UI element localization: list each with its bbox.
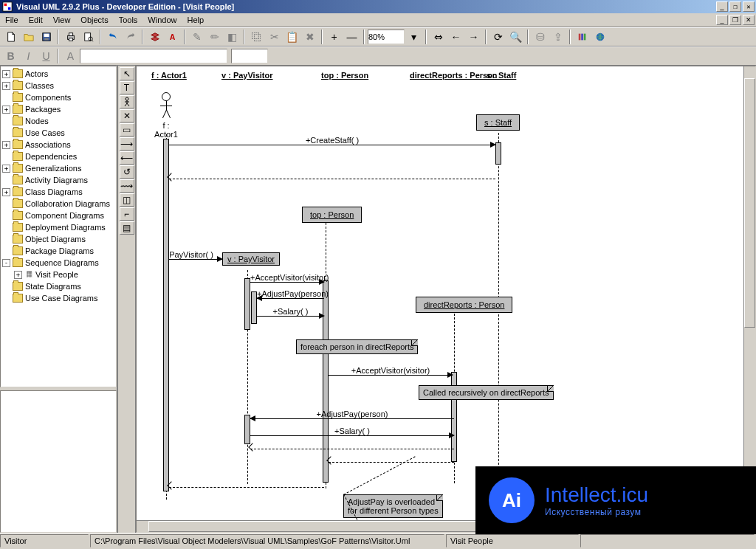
note-tool-icon[interactable]: ◫ <box>120 193 134 207</box>
note-foreach[interactable]: foreach person in directReports <box>296 339 418 354</box>
msg-salary-1[interactable]: +Salary( ) <box>257 307 324 317</box>
diagram-canvas[interactable]: f : Actor1 v : PayVisitor top : Person d… <box>136 66 756 533</box>
font-icon[interactable]: A <box>164 29 181 45</box>
tree-toggle-icon[interactable]: + <box>2 82 10 90</box>
undo-icon[interactable] <box>104 29 121 45</box>
model-tree[interactable]: +Actors+ClassesComponents+PackagesNodesU… <box>0 66 117 387</box>
msg-adjust-2[interactable]: +AdjustPay(person) <box>250 410 454 420</box>
tree-item[interactable]: Dependencies <box>2 151 114 162</box>
next-icon[interactable]: → <box>465 29 482 45</box>
lifeline-header-staff[interactable]: s : Staff <box>487 71 516 80</box>
tree-item[interactable]: Nodes <box>2 115 114 127</box>
maximize-button[interactable]: ❐ <box>729 1 741 12</box>
globe-icon[interactable] <box>591 29 608 45</box>
tree-item[interactable]: Use Case Diagrams <box>2 292 114 304</box>
tree-item[interactable]: Package Diagrams <box>2 245 114 257</box>
menu-tools[interactable]: Tools <box>114 14 143 26</box>
cursor-tool-icon[interactable]: ↖ <box>120 67 134 80</box>
tree-item[interactable]: Object Diagrams <box>2 233 114 245</box>
tree-item[interactable]: Collaboration Diagrams <box>2 198 114 210</box>
tree-toggle-icon[interactable]: + <box>2 70 10 78</box>
actor-figure[interactable]: f : Actor1 <box>153 92 179 139</box>
tree-toggle-icon[interactable]: + <box>2 165 10 173</box>
menu-help[interactable]: Help <box>182 14 209 26</box>
return-tool-icon[interactable]: ⟵ <box>120 151 134 165</box>
object-direct[interactable]: directReports : Person <box>416 297 512 313</box>
object-payvisitor[interactable]: v : PayVisitor <box>222 252 280 266</box>
msg-adjust-1[interactable]: +AdjustPay(person) <box>257 289 324 300</box>
tree-item[interactable]: +Packages <box>2 103 114 115</box>
object-tool-icon[interactable]: ▭ <box>120 123 134 137</box>
text-tool-icon[interactable]: T <box>120 81 134 94</box>
async-tool-icon[interactable]: ⟿ <box>120 179 134 193</box>
open-icon[interactable] <box>20 29 37 45</box>
zoom-dropdown-icon[interactable]: ▾ <box>405 29 422 45</box>
tree-toggle-icon[interactable]: + <box>14 271 22 279</box>
lifeline-header-direct[interactable]: directReports : Person <box>410 71 498 80</box>
props-panel[interactable] <box>0 390 117 533</box>
minimize-button[interactable]: _ <box>716 1 728 12</box>
layers-icon[interactable] <box>146 29 163 45</box>
msg-accept-2[interactable]: +AcceptVisitor(visitor) <box>329 366 453 376</box>
menu-file[interactable]: File <box>0 14 24 26</box>
legend-tool-icon[interactable]: ▤ <box>120 221 134 235</box>
font-size-select[interactable] <box>231 49 268 63</box>
tree-item[interactable]: +Actors <box>2 68 114 80</box>
close-button[interactable]: ✕ <box>743 1 755 12</box>
save-icon[interactable] <box>38 29 55 45</box>
prev-icon[interactable]: ← <box>447 29 464 45</box>
print-icon[interactable] <box>62 29 79 45</box>
fit-rows-icon[interactable]: ⇔ <box>430 29 447 45</box>
new-icon[interactable] <box>2 29 19 45</box>
tree-item[interactable]: +Generalizations <box>2 162 114 174</box>
tree-item[interactable]: Components <box>2 92 114 103</box>
tree-item[interactable]: +Associations <box>2 139 114 151</box>
menu-edit[interactable]: Edit <box>24 14 48 26</box>
lifeline-header-actor[interactable]: f : Actor1 <box>151 71 187 80</box>
crosshair-icon[interactable]: + <box>326 29 343 45</box>
vertical-scrollbar[interactable] <box>743 66 755 520</box>
menu-window[interactable]: Window <box>142 14 182 26</box>
tree-toggle-icon[interactable]: + <box>2 141 10 149</box>
msg-pay-visitor[interactable]: PayVisitor( ) <box>169 250 222 260</box>
tree-item[interactable]: +𝄜Visit People <box>2 269 114 280</box>
tree-toggle-icon[interactable]: - <box>2 259 10 267</box>
refresh-icon[interactable]: ⟳ <box>489 29 506 45</box>
object-top[interactable]: top : Person <box>302 207 362 223</box>
zoom-select[interactable] <box>368 30 405 44</box>
destroy-tool-icon[interactable]: ✕ <box>120 109 134 122</box>
msg-salary-2[interactable]: +Salary( ) <box>250 427 454 437</box>
menu-objects[interactable]: Objects <box>75 14 113 26</box>
tree-label: Packages <box>25 105 61 114</box>
search-icon[interactable]: 🔍 <box>507 29 524 45</box>
books-icon[interactable] <box>574 29 591 45</box>
note-recursive[interactable]: Called recursively on directReports <box>419 385 554 400</box>
tree-item[interactable]: +Class Diagrams <box>2 186 114 198</box>
font-name-select[interactable] <box>80 49 227 63</box>
self-msg-tool-icon[interactable]: ↺ <box>120 165 134 179</box>
align-icon[interactable]: — <box>343 29 360 45</box>
tree-item[interactable]: State Diagrams <box>2 280 114 292</box>
tree-item[interactable]: Activity Diagrams <box>2 174 114 186</box>
anchor-tool-icon[interactable]: ⌐ <box>120 207 134 221</box>
lifeline-header-top[interactable]: top : Person <box>321 71 368 80</box>
mdi-minimize[interactable]: _ <box>716 15 728 25</box>
tree-toggle-icon[interactable]: + <box>2 106 10 114</box>
tree-item[interactable]: Deployment Diagrams <box>2 221 114 233</box>
redo-icon[interactable] <box>122 29 139 45</box>
msg-create-staff[interactable]: +CreateStaff( ) <box>169 136 495 146</box>
object-staff[interactable]: s : Staff <box>476 114 520 131</box>
actor-tool-icon[interactable] <box>120 95 134 108</box>
message-tool-icon[interactable]: ⟶ <box>120 137 134 151</box>
lifeline-header-payvisitor[interactable]: v : PayVisitor <box>221 71 273 80</box>
mdi-close[interactable]: ✕ <box>743 15 755 25</box>
mdi-restore[interactable]: ❐ <box>729 15 741 25</box>
tree-item[interactable]: Component Diagrams <box>2 210 114 221</box>
print-preview-icon[interactable] <box>80 29 97 45</box>
tree-toggle-icon[interactable]: + <box>2 188 10 196</box>
menu-view[interactable]: View <box>48 14 76 26</box>
msg-accept-1[interactable]: +AcceptVisitor(visitor) <box>250 273 324 283</box>
tree-item[interactable]: Use Cases <box>2 127 114 139</box>
tree-item[interactable]: -Sequence Diagrams <box>2 257 114 269</box>
tree-item[interactable]: +Classes <box>2 80 114 92</box>
